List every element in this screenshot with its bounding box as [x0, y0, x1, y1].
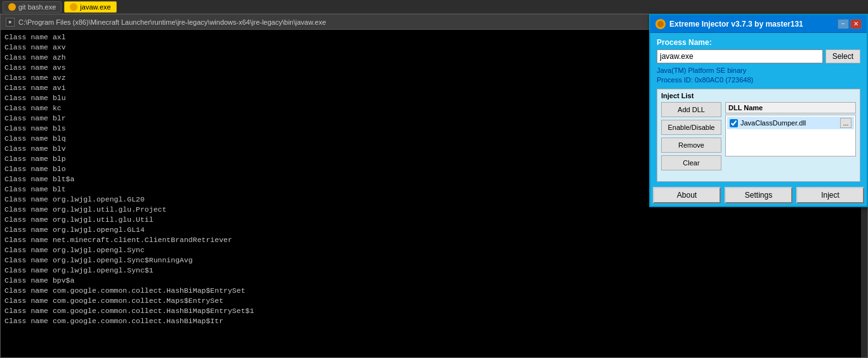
injector-titlebar: Extreme Injector v3.7.3 by master131 − ✕ [650, 15, 867, 33]
inject-list-section: Inject List Add DLL Enable/Disable Remov… [657, 89, 860, 182]
remove-button[interactable]: Remove [661, 137, 721, 153]
dll-item[interactable]: JavaClassDumper.dll ... [727, 117, 854, 129]
select-button[interactable]: Select [825, 49, 860, 63]
taskbar-item-javaw[interactable]: javaw.exe [64, 1, 116, 13]
dll-checkbox[interactable] [730, 119, 738, 127]
process-name-section: Process Name: Select Java(TM) Platform S… [657, 38, 860, 85]
dll-list-area: DLL Name JavaClassDumper.dll ... [725, 102, 856, 170]
taskbar-label-javaw: javaw.exe [80, 3, 110, 11]
dll-list-content: JavaClassDumper.dll ... [725, 115, 856, 157]
process-name-label: Process Name: [657, 38, 860, 47]
taskbar-item-gitbash[interactable]: git bash.exe [3, 1, 62, 13]
injector-title: Extreme Injector v3.7.3 by master131 [669, 20, 838, 29]
process-name-row: Select [657, 49, 860, 63]
about-button[interactable]: About [653, 187, 721, 203]
taskbar-label-gitbash: git bash.exe [18, 3, 56, 11]
injector-window-buttons: − ✕ [838, 19, 862, 29]
taskbar: git bash.exe javaw.exe [0, 0, 868, 14]
injector-content: Process Name: Select Java(TM) Platform S… [650, 33, 867, 187]
enable-disable-button[interactable]: Enable/Disable [661, 120, 721, 135]
add-dll-button[interactable]: Add DLL [661, 102, 721, 117]
process-info-line1: Java(TM) Platform SE binary [657, 66, 860, 75]
process-info: Java(TM) Platform SE binary Process ID: … [657, 66, 860, 85]
dll-item-name: JavaClassDumper.dll [740, 119, 838, 127]
gitbash-icon [8, 3, 16, 11]
injector-close-btn[interactable]: ✕ [850, 19, 862, 29]
dll-list-header: DLL Name [725, 102, 856, 113]
javaw-icon [70, 3, 77, 11]
injector-minimize-btn[interactable]: − [838, 19, 849, 29]
settings-button[interactable]: Settings [725, 187, 792, 203]
inject-list-buttons: Add DLL Enable/Disable Remove Clear [661, 102, 721, 170]
injector-panel: Extreme Injector v3.7.3 by master131 − ✕… [649, 14, 868, 207]
clear-button[interactable]: Clear [661, 155, 721, 170]
terminal-icon: ■ [6, 18, 15, 27]
dll-browse-button[interactable]: ... [840, 118, 852, 128]
inject-list-inner: Add DLL Enable/Disable Remove Clear DLL … [661, 102, 856, 170]
dll-empty-space [727, 129, 854, 155]
process-name-input[interactable] [657, 49, 823, 63]
inject-button[interactable]: Inject [796, 187, 864, 203]
injector-app-icon-inner [657, 21, 664, 27]
inject-list-label: Inject List [661, 92, 856, 99]
main-container: ■ C:\Program Files (x86)\Minecraft Launc… [0, 14, 868, 358]
bottom-buttons: About Settings Inject [650, 187, 867, 206]
process-info-line2: Process ID: 0x80AC0 (723648) [657, 75, 860, 85]
injector-app-icon [655, 19, 666, 29]
